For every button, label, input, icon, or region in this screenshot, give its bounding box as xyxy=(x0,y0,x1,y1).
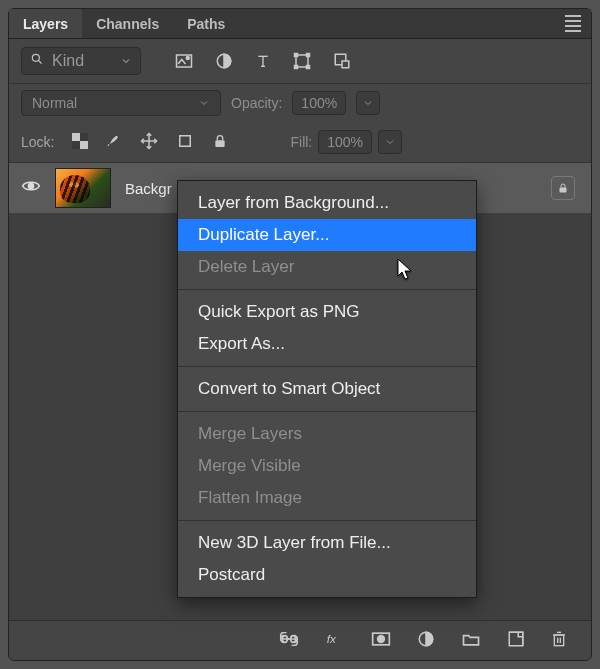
context-menu-item: Merge Visible xyxy=(178,450,476,482)
opacity-value: 100% xyxy=(301,95,337,111)
kind-filter-select[interactable]: Kind xyxy=(21,47,141,75)
svg-rect-31 xyxy=(560,188,567,193)
svg-rect-11 xyxy=(295,66,298,69)
lock-all-icon[interactable] xyxy=(212,133,228,152)
context-menu-separator xyxy=(178,366,476,367)
visibility-toggle-icon[interactable] xyxy=(21,179,41,197)
new-layer-icon[interactable] xyxy=(507,630,525,652)
lock-label: Lock: xyxy=(21,134,54,150)
lock-artboard-icon[interactable] xyxy=(176,132,194,153)
panel-menu-icon[interactable] xyxy=(565,15,581,32)
svg-rect-41 xyxy=(554,635,563,646)
context-menu-item[interactable]: Duplicate Layer... xyxy=(178,219,476,251)
svg-point-30 xyxy=(29,184,34,189)
type-layer-filter-icon[interactable] xyxy=(255,53,271,69)
smart-object-filter-icon[interactable] xyxy=(333,52,351,70)
layer-style-icon[interactable]: fx xyxy=(325,631,345,651)
svg-rect-9 xyxy=(295,54,298,57)
svg-rect-16 xyxy=(72,133,80,141)
panel-bottom-bar: fx xyxy=(9,620,591,660)
shape-layer-filter-icon[interactable] xyxy=(293,52,311,70)
svg-rect-40 xyxy=(509,632,523,646)
context-menu-item[interactable]: Quick Export as PNG xyxy=(178,296,476,328)
fill-input[interactable]: 100% xyxy=(318,130,372,154)
adjustment-layer-filter-icon[interactable] xyxy=(215,52,233,70)
blend-mode-select[interactable]: Normal xyxy=(21,90,221,116)
svg-line-1 xyxy=(39,61,42,64)
tab-label: Channels xyxy=(96,16,159,32)
lock-position-icon[interactable] xyxy=(140,132,158,153)
svg-rect-20 xyxy=(180,135,191,146)
svg-rect-17 xyxy=(80,141,88,149)
pixel-layer-filter-icon[interactable] xyxy=(175,53,193,69)
context-menu-item[interactable]: Export As... xyxy=(178,328,476,360)
blend-mode-value: Normal xyxy=(32,95,77,111)
filter-icons xyxy=(175,52,373,70)
tab-label: Paths xyxy=(187,16,225,32)
context-menu-item[interactable]: Convert to Smart Object xyxy=(178,373,476,405)
context-menu-separator xyxy=(178,520,476,521)
layer-name-label[interactable]: Backgr xyxy=(125,180,172,197)
context-menu-item: Flatten Image xyxy=(178,482,476,514)
layer-context-menu[interactable]: Layer from Background...Duplicate Layer.… xyxy=(177,180,477,598)
fill-stepper[interactable] xyxy=(378,130,402,154)
context-menu-separator xyxy=(178,289,476,290)
opacity-stepper[interactable] xyxy=(356,91,380,115)
fill-value: 100% xyxy=(327,134,363,150)
tab-label: Layers xyxy=(23,16,68,32)
lock-row: Lock: Fill: 100% xyxy=(9,122,591,162)
layer-mask-icon[interactable] xyxy=(371,631,391,651)
layer-thumbnail[interactable] xyxy=(55,168,111,208)
lock-transparency-icon[interactable] xyxy=(72,133,88,152)
blend-row: Normal Opacity: 100% xyxy=(9,84,591,122)
layer-lock-icon[interactable] xyxy=(551,176,575,200)
svg-point-38 xyxy=(378,635,385,642)
chevron-down-icon xyxy=(198,97,210,109)
search-icon xyxy=(30,52,44,70)
fill-label: Fill: xyxy=(290,134,312,150)
svg-rect-14 xyxy=(342,61,349,68)
panel-tabbar: Layers Channels Paths xyxy=(9,9,591,39)
svg-rect-12 xyxy=(307,66,310,69)
kind-label: Kind xyxy=(52,52,84,70)
context-menu-item: Delete Layer xyxy=(178,251,476,283)
opacity-label: Opacity: xyxy=(231,95,282,111)
group-layers-icon[interactable] xyxy=(461,631,481,651)
svg-rect-10 xyxy=(307,54,310,57)
context-menu-separator xyxy=(178,411,476,412)
context-menu-item[interactable]: Layer from Background... xyxy=(178,187,476,219)
lock-icons xyxy=(72,132,228,153)
filter-row: Kind xyxy=(9,39,591,83)
lock-pixels-icon[interactable] xyxy=(106,133,122,152)
svg-text:fx: fx xyxy=(327,632,337,645)
link-layers-icon[interactable] xyxy=(279,632,299,650)
context-menu-item[interactable]: Postcard xyxy=(178,559,476,591)
context-menu-item[interactable]: New 3D Layer from File... xyxy=(178,527,476,559)
context-menu-item: Merge Layers xyxy=(178,418,476,450)
delete-layer-icon[interactable] xyxy=(551,630,567,652)
svg-point-0 xyxy=(32,54,39,61)
tab-layers[interactable]: Layers xyxy=(9,9,82,38)
svg-point-3 xyxy=(186,57,189,60)
svg-rect-29 xyxy=(216,140,225,147)
tab-paths[interactable]: Paths xyxy=(173,9,239,38)
chevron-down-icon xyxy=(120,55,132,67)
tab-channels[interactable]: Channels xyxy=(82,9,173,38)
adjustment-layer-icon[interactable] xyxy=(417,630,435,652)
opacity-input[interactable]: 100% xyxy=(292,91,346,115)
